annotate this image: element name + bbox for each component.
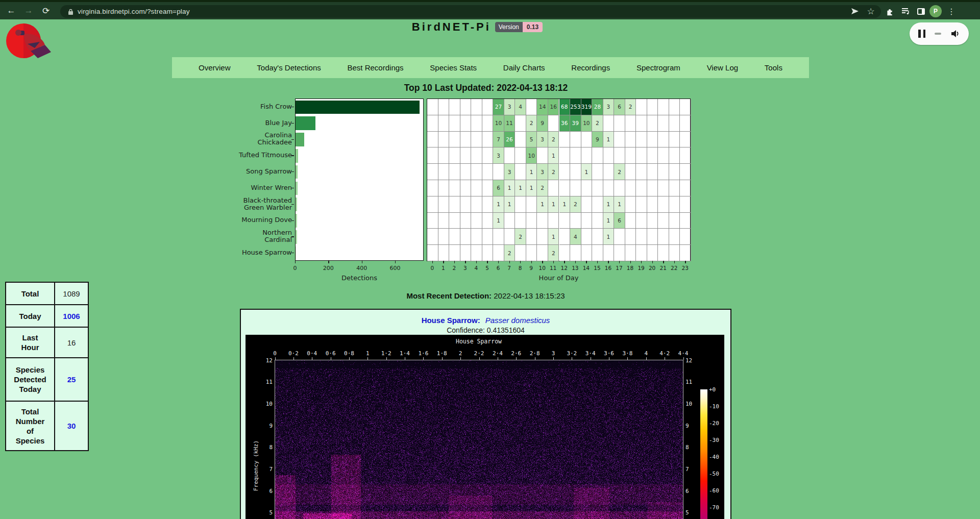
forward-icon[interactable]: → [21,4,36,18]
heatmap-cell [636,213,647,229]
nav-item-species-stats[interactable]: Species Stats [430,63,477,72]
padlock-icon[interactable] [67,8,74,17]
x-tick [295,261,296,263]
heatmap-cell [537,229,548,245]
heatmap-cell [625,196,636,213]
seek-handle[interactable] [935,33,941,35]
heatmap-cell [427,213,438,229]
heatmap-cell: 4 [570,229,581,245]
heatmap-cell: 28 [592,99,603,115]
heatmap-cell [438,245,450,261]
heatmap-cell [581,132,593,148]
heatmap-cell [658,213,669,229]
stats-label: Today [6,305,55,327]
heatmap-cell [449,196,460,213]
time-tick-label: 4 [644,350,648,357]
profile-avatar[interactable]: P [929,5,942,17]
stats-value[interactable]: 30 [55,401,88,451]
heatmap-cell [504,147,516,164]
time-tick-label: 0 [273,350,277,357]
detections-bar [296,133,304,146]
heatmap-cell [658,196,669,213]
species-common-name[interactable]: House Sparrow: [422,316,480,325]
heatmap-cell [537,147,548,164]
detection-panel: House Sparrow:Passer domesticus Confiden… [240,309,731,519]
bar-category-label: Black-throated Green Warbler [205,196,292,212]
pause-button[interactable] [918,30,925,38]
heatmap-cell [669,147,680,164]
nav-item-view-log[interactable]: View Log [707,63,738,72]
hour-tick [454,261,455,263]
time-tick-label: 4·2 [659,350,670,357]
heatmap-cell [592,245,603,261]
extensions-icon[interactable] [884,6,895,17]
hour-tick-label: 6 [497,265,500,271]
heatmap-cell [460,213,472,229]
back-icon[interactable]: ← [4,4,18,18]
freq-tick-label-left: 6 [262,487,273,494]
heatmap-cell [559,229,571,245]
nav-item-daily-charts[interactable]: Daily Charts [503,63,545,72]
nav-item-today-s-detections[interactable]: Today's Detections [257,63,321,72]
nav-item-tools[interactable]: Tools [765,63,782,72]
heatmap-cell [471,213,482,229]
heatmap-cell [471,147,482,164]
bookmark-star-icon[interactable]: ☆ [865,6,876,17]
heatmap-cell [515,196,526,213]
heatmap-cell: 10 [526,147,537,164]
x-tick-label: 200 [323,265,334,271]
stats-table: Total1089Today1006Last Hour16Species Det… [5,282,89,451]
nav-item-recordings[interactable]: Recordings [571,63,610,72]
stats-value[interactable]: 25 [55,358,88,401]
time-tick-label: 3 [552,350,555,357]
heatmap-cell [647,245,658,261]
hour-tick [674,261,675,263]
heatmap-cell [559,164,571,180]
heatmap-cell [570,147,581,164]
heatmap-cell: 2 [614,164,625,180]
heatmap-cell [647,229,658,245]
heatmap-cell [669,213,680,229]
time-tick-label: 1·2 [381,350,391,357]
db-tick-label: -50 [709,471,719,477]
media-playlist-icon[interactable] [900,6,911,17]
nav-item-overview[interactable]: Overview [199,63,231,72]
volume-icon[interactable] [950,29,960,39]
hour-tick-label: 3 [463,265,467,271]
heatmap-cell: 1 [614,196,625,213]
hour-tick-label: 12 [561,265,568,271]
heatmap-cell [570,164,581,180]
time-tick-label: 2·6 [511,350,521,357]
heatmap-cell [526,99,537,115]
kebab-menu-icon[interactable]: ⋮ [946,6,957,17]
heatmap-cell [647,147,658,164]
bar-category-label: Blue Jay [205,115,292,131]
hour-tick-label: 18 [627,265,633,271]
heatmap-cell [680,180,691,196]
time-tick-label: 3·2 [567,350,577,357]
top10-heading: Top 10 Last Updated: 2022-04-13 18:12 [0,83,972,93]
nav-item-best-recordings[interactable]: Best Recordings [348,63,404,72]
heatmap-cell: 1 [526,164,537,180]
heatmap-cell [625,213,636,229]
send-icon[interactable] [849,6,861,17]
heatmap-cell [449,99,460,115]
heatmap-cell [603,147,615,164]
nav-item-spectrogram[interactable]: Spectrogram [636,63,680,72]
heatmap-cell: 4 [515,99,526,115]
freq-tick-label-right: 12 [685,357,692,363]
heatmap-cell [581,245,593,261]
heatmap-cell [647,115,658,132]
reload-icon[interactable]: ⟳ [39,4,53,18]
heatmap-cell [493,229,504,245]
heatmap-cell [438,229,450,245]
heatmap-cell [625,147,636,164]
confidence-value: 0.41351604 [487,326,525,334]
heatmap-cell [515,115,526,132]
stats-value[interactable]: 1006 [55,305,88,327]
side-panel-icon[interactable] [915,6,926,17]
hour-tick [630,261,631,263]
time-tick-label: 1 [366,350,370,357]
heatmap-cell [559,245,571,261]
address-bar[interactable]: virginia.birdnetpi.com/?stream=play [60,5,881,18]
